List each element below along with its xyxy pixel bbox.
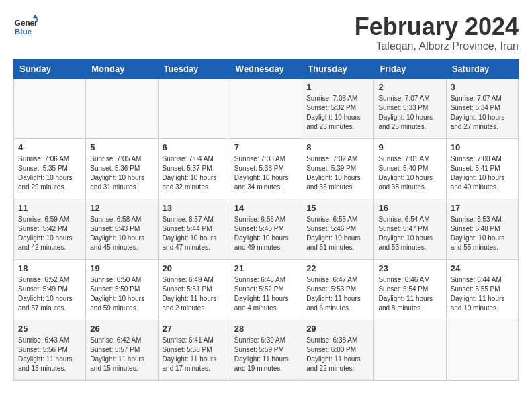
day-info: Sunrise: 6:49 AM Sunset: 5:51 PM Dayligh…	[163, 275, 226, 313]
page-header: General Blue February 2024 Taleqan, Albo…	[13, 13, 519, 52]
day-info: Sunrise: 6:41 AM Sunset: 5:58 PM Dayligh…	[163, 336, 226, 373]
day-number: 11	[18, 203, 81, 213]
day-number: 7	[234, 142, 298, 152]
day-info: Sunrise: 6:55 AM Sunset: 5:46 PM Dayligh…	[306, 215, 369, 253]
calendar-day-cell: 27Sunrise: 6:41 AM Sunset: 5:58 PM Dayli…	[158, 320, 230, 380]
day-number: 12	[90, 203, 153, 213]
calendar-week-row: 1Sunrise: 7:08 AM Sunset: 5:32 PM Daylig…	[14, 78, 519, 138]
day-info: Sunrise: 7:01 AM Sunset: 5:40 PM Dayligh…	[378, 154, 441, 192]
day-info: Sunrise: 6:54 AM Sunset: 5:47 PM Dayligh…	[378, 215, 441, 253]
day-number: 25	[18, 324, 81, 334]
calendar-day-cell: 15Sunrise: 6:55 AM Sunset: 5:46 PM Dayli…	[302, 199, 374, 259]
svg-marker-2	[33, 15, 38, 18]
day-number: 9	[378, 142, 441, 152]
day-info: Sunrise: 7:07 AM Sunset: 5:33 PM Dayligh…	[378, 94, 441, 132]
day-number: 19	[90, 263, 153, 273]
day-number: 24	[451, 263, 514, 273]
calendar-table: SundayMondayTuesdayWednesdayThursdayFrid…	[13, 59, 519, 381]
day-of-week-header: Monday	[86, 59, 158, 78]
day-number: 27	[163, 324, 226, 334]
day-number: 21	[234, 263, 298, 273]
calendar-day-cell: 20Sunrise: 6:49 AM Sunset: 5:51 PM Dayli…	[158, 259, 230, 320]
svg-text:Blue: Blue	[15, 27, 32, 36]
day-info: Sunrise: 6:56 AM Sunset: 5:45 PM Dayligh…	[234, 215, 298, 253]
calendar-day-cell: 22Sunrise: 6:47 AM Sunset: 5:53 PM Dayli…	[302, 259, 374, 320]
day-info: Sunrise: 7:03 AM Sunset: 5:38 PM Dayligh…	[234, 154, 298, 192]
day-info: Sunrise: 7:07 AM Sunset: 5:34 PM Dayligh…	[451, 94, 514, 132]
calendar-day-cell: 24Sunrise: 6:44 AM Sunset: 5:55 PM Dayli…	[446, 259, 518, 320]
day-info: Sunrise: 7:08 AM Sunset: 5:32 PM Dayligh…	[306, 94, 369, 132]
calendar-day-cell: 16Sunrise: 6:54 AM Sunset: 5:47 PM Dayli…	[374, 199, 446, 259]
calendar-day-cell: 21Sunrise: 6:48 AM Sunset: 5:52 PM Dayli…	[230, 259, 302, 320]
day-info: Sunrise: 6:48 AM Sunset: 5:52 PM Dayligh…	[234, 275, 298, 313]
calendar-week-row: 11Sunrise: 6:59 AM Sunset: 5:42 PM Dayli…	[14, 199, 519, 259]
calendar-day-cell: 14Sunrise: 6:56 AM Sunset: 5:45 PM Dayli…	[230, 199, 302, 259]
calendar-day-cell: 1Sunrise: 7:08 AM Sunset: 5:32 PM Daylig…	[302, 78, 374, 138]
calendar-day-cell: 7Sunrise: 7:03 AM Sunset: 5:38 PM Daylig…	[230, 138, 302, 199]
svg-text:General: General	[15, 18, 38, 27]
calendar-day-cell	[230, 78, 302, 138]
day-number: 26	[90, 324, 153, 334]
calendar-day-cell: 26Sunrise: 6:42 AM Sunset: 5:57 PM Dayli…	[86, 320, 158, 380]
day-info: Sunrise: 6:52 AM Sunset: 5:49 PM Dayligh…	[18, 275, 81, 313]
day-number: 17	[451, 203, 514, 213]
calendar-day-cell: 23Sunrise: 6:46 AM Sunset: 5:54 PM Dayli…	[374, 259, 446, 320]
day-info: Sunrise: 6:44 AM Sunset: 5:55 PM Dayligh…	[451, 275, 514, 313]
page-title: February 2024	[355, 13, 519, 40]
day-number: 10	[451, 142, 514, 152]
day-info: Sunrise: 6:38 AM Sunset: 6:00 PM Dayligh…	[306, 336, 369, 373]
day-of-week-header: Thursday	[302, 59, 374, 78]
day-number: 8	[306, 142, 369, 152]
day-info: Sunrise: 7:04 AM Sunset: 5:37 PM Dayligh…	[163, 154, 226, 192]
title-area: February 2024 Taleqan, Alborz Province, …	[355, 13, 519, 52]
day-info: Sunrise: 6:39 AM Sunset: 5:59 PM Dayligh…	[234, 336, 298, 373]
calendar-day-cell	[86, 78, 158, 138]
calendar-day-cell: 5Sunrise: 7:05 AM Sunset: 5:36 PM Daylig…	[86, 138, 158, 199]
day-info: Sunrise: 6:50 AM Sunset: 5:50 PM Dayligh…	[90, 275, 153, 313]
calendar-day-cell: 6Sunrise: 7:04 AM Sunset: 5:37 PM Daylig…	[158, 138, 230, 199]
day-info: Sunrise: 7:05 AM Sunset: 5:36 PM Dayligh…	[90, 154, 153, 192]
day-number: 13	[163, 203, 226, 213]
day-number: 28	[234, 324, 298, 334]
day-number: 3	[451, 82, 514, 92]
calendar-day-cell: 13Sunrise: 6:57 AM Sunset: 5:44 PM Dayli…	[158, 199, 230, 259]
day-of-week-header: Sunday	[14, 59, 86, 78]
calendar-week-row: 25Sunrise: 6:43 AM Sunset: 5:56 PM Dayli…	[14, 320, 519, 380]
calendar-day-cell: 25Sunrise: 6:43 AM Sunset: 5:56 PM Dayli…	[14, 320, 86, 380]
days-of-week-header: SundayMondayTuesdayWednesdayThursdayFrid…	[14, 59, 519, 78]
day-number: 18	[18, 263, 81, 273]
day-number: 6	[163, 142, 226, 152]
calendar-day-cell: 2Sunrise: 7:07 AM Sunset: 5:33 PM Daylig…	[374, 78, 446, 138]
page-subtitle: Taleqan, Alborz Province, Iran	[355, 40, 519, 52]
calendar-day-cell: 19Sunrise: 6:50 AM Sunset: 5:50 PM Dayli…	[86, 259, 158, 320]
day-info: Sunrise: 7:02 AM Sunset: 5:39 PM Dayligh…	[306, 154, 369, 192]
day-number: 14	[234, 203, 298, 213]
day-info: Sunrise: 6:59 AM Sunset: 5:42 PM Dayligh…	[18, 215, 81, 253]
day-info: Sunrise: 6:42 AM Sunset: 5:57 PM Dayligh…	[90, 336, 153, 373]
calendar-day-cell	[158, 78, 230, 138]
day-number: 2	[378, 82, 441, 92]
day-of-week-header: Saturday	[446, 59, 518, 78]
calendar-day-cell	[446, 320, 518, 380]
day-of-week-header: Tuesday	[158, 59, 230, 78]
day-info: Sunrise: 6:46 AM Sunset: 5:54 PM Dayligh…	[378, 275, 441, 313]
calendar-day-cell: 18Sunrise: 6:52 AM Sunset: 5:49 PM Dayli…	[14, 259, 86, 320]
calendar-day-cell: 29Sunrise: 6:38 AM Sunset: 6:00 PM Dayli…	[302, 320, 374, 380]
calendar-day-cell	[374, 320, 446, 380]
day-number: 22	[306, 263, 369, 273]
calendar-day-cell: 11Sunrise: 6:59 AM Sunset: 5:42 PM Dayli…	[14, 199, 86, 259]
calendar-body: 1Sunrise: 7:08 AM Sunset: 5:32 PM Daylig…	[14, 78, 519, 380]
day-of-week-header: Wednesday	[230, 59, 302, 78]
day-number: 16	[378, 203, 441, 213]
logo: General Blue	[13, 13, 38, 38]
day-number: 1	[306, 82, 369, 92]
day-of-week-header: Friday	[374, 59, 446, 78]
calendar-day-cell: 10Sunrise: 7:00 AM Sunset: 5:41 PM Dayli…	[446, 138, 518, 199]
day-info: Sunrise: 7:00 AM Sunset: 5:41 PM Dayligh…	[451, 154, 514, 192]
calendar-day-cell: 3Sunrise: 7:07 AM Sunset: 5:34 PM Daylig…	[446, 78, 518, 138]
calendar-day-cell: 28Sunrise: 6:39 AM Sunset: 5:59 PM Dayli…	[230, 320, 302, 380]
calendar-day-cell: 12Sunrise: 6:58 AM Sunset: 5:43 PM Dayli…	[86, 199, 158, 259]
day-info: Sunrise: 6:43 AM Sunset: 5:56 PM Dayligh…	[18, 336, 81, 373]
day-info: Sunrise: 6:53 AM Sunset: 5:48 PM Dayligh…	[451, 215, 514, 253]
calendar-day-cell: 4Sunrise: 7:06 AM Sunset: 5:35 PM Daylig…	[14, 138, 86, 199]
